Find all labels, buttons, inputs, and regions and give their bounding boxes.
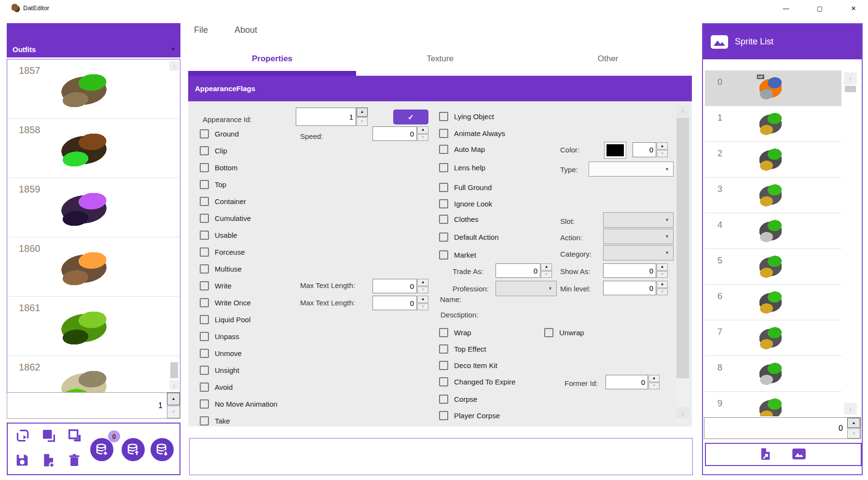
outfit-id-value[interactable]: 1 — [7, 393, 166, 418]
spinner-down-icon[interactable]: ▼ — [357, 117, 368, 126]
trade-as-field[interactable]: 0 ▲ ▼ — [496, 263, 552, 278]
close-button[interactable]: ✕ — [842, 0, 865, 16]
db-import-button[interactable] — [122, 438, 145, 461]
flag-checkbox[interactable] — [439, 328, 448, 337]
sprite-list-item[interactable]: 9 — [705, 391, 841, 416]
spinner-down-icon[interactable]: ▼ — [847, 428, 860, 439]
max-text-length-value[interactable]: 0 — [372, 279, 417, 293]
category-dropdown[interactable]: ▼ — [603, 245, 674, 261]
spinner-up-icon[interactable]: ▲ — [417, 296, 428, 303]
flag-checkbox[interactable] — [200, 129, 209, 138]
flag-checkbox[interactable] — [200, 298, 209, 307]
spinner-up-icon[interactable]: ▲ — [167, 393, 180, 405]
tab-properties[interactable]: Properties — [188, 54, 356, 67]
tab-texture[interactable]: Texture — [356, 54, 524, 67]
spinner-down-icon[interactable]: ▼ — [657, 150, 668, 157]
appearance-id-field[interactable]: 1 ▲ ▼ — [296, 108, 368, 126]
sprite-list-item[interactable]: 8 — [705, 356, 841, 391]
sprite-list-scrollbar[interactable]: ↑ ↓ — [844, 71, 857, 416]
scroll-down-icon[interactable]: ↓ — [676, 407, 689, 419]
maximize-button[interactable]: ▢ — [809, 0, 831, 16]
sprite-list-item[interactable]: 5 — [705, 248, 841, 284]
sprite-list-item[interactable]: 7 — [705, 320, 841, 356]
import-image-button[interactable] — [792, 448, 806, 460]
sprite-list-item[interactable]: 0 HP — [705, 70, 841, 106]
minimize-button[interactable]: — — [775, 0, 797, 16]
sprite-id-value[interactable]: 0 — [704, 418, 847, 439]
outfit-list[interactable]: 1857 1858 1859 1860 1861 1862 ↑ ↓ — [7, 59, 180, 393]
status-textarea[interactable] — [189, 438, 693, 475]
max-text-length-once-value[interactable]: 0 — [372, 296, 417, 310]
spinner-down-icon[interactable]: ▼ — [417, 303, 428, 311]
flag-checkbox[interactable] — [439, 199, 448, 208]
spinner-down-icon[interactable]: ▼ — [167, 406, 180, 418]
copy-outfit-button[interactable] — [41, 427, 57, 444]
spinner-down-icon[interactable]: ▼ — [657, 271, 668, 278]
speed-value[interactable]: 0 — [372, 126, 417, 141]
outfit-list-item[interactable]: 1858 — [7, 118, 180, 178]
spinner-up-icon[interactable]: ▲ — [417, 126, 428, 134]
color-value[interactable]: 0 — [633, 142, 656, 157]
flag-checkbox[interactable] — [439, 145, 448, 154]
show-as-value[interactable]: 0 — [603, 263, 656, 278]
sprite-list-item[interactable]: 1 — [705, 106, 841, 141]
spinner-up-icon[interactable]: ▲ — [847, 418, 860, 428]
new-file-button[interactable] — [41, 453, 56, 468]
action-dropdown[interactable]: ▼ — [603, 229, 674, 244]
flag-checkbox[interactable] — [200, 231, 209, 240]
delete-button[interactable] — [67, 453, 82, 468]
sprite-list-item[interactable]: 4 — [705, 213, 841, 248]
outfit-list-scrollbar[interactable]: ↑ ↓ — [169, 60, 179, 391]
flag-checkbox[interactable] — [439, 377, 448, 386]
save-button[interactable] — [14, 453, 30, 468]
spinner-up-icon[interactable]: ▲ — [357, 108, 368, 117]
flag-checkbox[interactable] — [439, 344, 448, 354]
spinner-down-icon[interactable]: ▼ — [541, 271, 552, 278]
speed-field[interactable]: 0 ▲ ▼ — [372, 126, 428, 141]
spinner-up-icon[interactable]: ▲ — [648, 375, 660, 382]
sprite-list-item[interactable]: 2 — [705, 141, 841, 177]
scroll-down-icon[interactable]: ↓ — [844, 403, 857, 414]
flag-checkbox[interactable] — [439, 411, 448, 420]
db-export-button[interactable] — [151, 438, 174, 461]
flag-checkbox[interactable] — [439, 361, 448, 370]
db-add-button[interactable] — [90, 438, 113, 461]
scrollbar-thumb[interactable] — [170, 362, 178, 378]
flag-checkbox[interactable] — [200, 281, 209, 290]
flag-checkbox[interactable] — [439, 129, 448, 138]
scroll-up-icon[interactable]: ↑ — [676, 105, 689, 117]
spinner-down-icon[interactable]: ▼ — [417, 287, 428, 294]
outfit-list-item[interactable]: 1859 — [7, 178, 180, 237]
flag-checkbox[interactable] — [200, 197, 209, 206]
spinner-up-icon[interactable]: ▲ — [657, 263, 668, 271]
max-text-length-once-field[interactable]: 0 ▲ ▼ — [372, 296, 428, 310]
color-value-field[interactable]: 0 ▲ ▼ — [633, 142, 668, 157]
scroll-down-icon[interactable]: ↓ — [169, 380, 179, 390]
export-sprite-button[interactable] — [758, 447, 772, 461]
spinner-up-icon[interactable]: ▲ — [657, 281, 668, 288]
flag-checkbox[interactable] — [200, 146, 209, 155]
outfit-list-item[interactable]: 1861 — [7, 296, 180, 356]
flag-checkbox[interactable] — [200, 180, 209, 189]
flag-checkbox[interactable] — [200, 366, 209, 375]
spinner-down-icon[interactable]: ▼ — [648, 383, 660, 390]
flag-checkbox[interactable] — [439, 215, 448, 224]
flag-checkbox[interactable] — [439, 112, 448, 121]
spinner-up-icon[interactable]: ▲ — [417, 279, 428, 286]
former-id-value[interactable]: 0 — [606, 375, 648, 389]
sprite-list[interactable]: 0 HP 1 2 3 4 5 6 — [703, 70, 862, 416]
color-swatch[interactable] — [604, 142, 626, 159]
paste-outfit-button[interactable] — [67, 427, 83, 444]
flag-checkbox[interactable] — [439, 250, 448, 260]
min-level-field[interactable]: 0 ▲ ▼ — [603, 281, 668, 295]
tab-other[interactable]: Other — [524, 54, 692, 67]
menu-about[interactable]: About — [234, 25, 257, 37]
spinner-up-icon[interactable]: ▲ — [541, 263, 552, 271]
flag-checkbox[interactable] — [200, 163, 209, 172]
outfit-list-item[interactable]: 1857 — [7, 59, 180, 118]
profession-dropdown[interactable]: ▼ — [496, 281, 557, 296]
flag-checkbox[interactable] — [200, 349, 209, 358]
flag-checkbox[interactable] — [200, 264, 209, 274]
flag-checkbox[interactable] — [200, 247, 209, 257]
reload-outfit-button[interactable] — [14, 427, 31, 444]
